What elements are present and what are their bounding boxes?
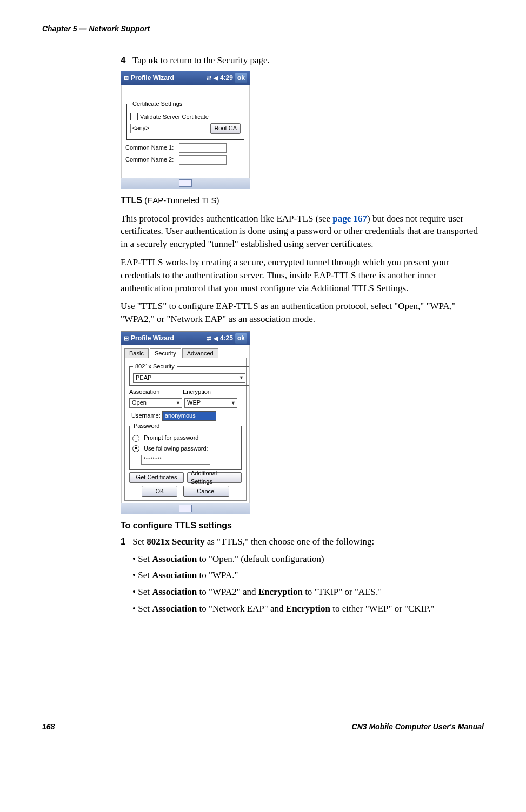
t: Association [152, 570, 197, 580]
p1-before: This protocol provides authentication li… [121, 213, 332, 224]
screenshot-certificate-settings: ⊞ Profile Wizard ⇄ ◀ 4:29 ok Certificate… [121, 71, 250, 189]
encryption-label: Encryption [183, 388, 234, 396]
username-input[interactable]: anonymous [162, 411, 216, 421]
tab-advanced[interactable]: Advanced [182, 348, 218, 358]
configure-ttls-heading: To configure TTLS settings [121, 520, 478, 532]
t: to either "WEP" or "CKIP." [330, 603, 434, 614]
t: Encryption [286, 603, 330, 614]
password-input[interactable]: ******** [141, 455, 210, 465]
window-title: Profile Wizard [131, 334, 174, 343]
t: to "WPA2" and [197, 587, 258, 597]
volume-icon: ◀ [214, 74, 218, 82]
device-title-bar: ⊞ Profile Wizard ⇄ ◀ 4:29 ok [121, 71, 250, 85]
common-name-2-label: Common Name 2: [125, 156, 177, 164]
common-name-1-label: Common Name 1: [125, 144, 177, 152]
step1-prefix: Set [132, 536, 147, 547]
keyboard-icon[interactable] [179, 179, 192, 187]
ttls-paragraph-1: This protocol provides authentication li… [121, 212, 478, 251]
tab-basic[interactable]: Basic [124, 348, 149, 358]
t: Set [138, 570, 152, 580]
password-group: Password Prompt for password Use followi… [129, 422, 242, 470]
encryption-combo[interactable]: WEP▼ [184, 398, 237, 408]
ttls-heading-strong: TTLS [121, 196, 142, 205]
t: Association [152, 603, 197, 614]
use-password-label: Use following password: [144, 445, 208, 453]
root-ca-button[interactable]: Root CA [210, 123, 241, 134]
device2-title-bar: ⊞ Profile Wizard ⇄ ◀ 4:25 ok [121, 332, 250, 345]
chevron-down-icon: ▼ [239, 374, 244, 381]
step1-suffix: as "TTLS," then choose one of the follow… [204, 536, 374, 547]
association-combo[interactable]: Open▼ [129, 398, 182, 408]
validate-server-cert-label: Validate Server Certificate [140, 113, 209, 121]
screenshot-security-tab: ⊞ Profile Wizard ⇄ ◀ 4:25 ok Basic Secur… [121, 331, 250, 515]
8021x-security-group: 8021x Security PEAP▼ [129, 363, 249, 385]
t: Set [138, 587, 152, 597]
get-certificates-button[interactable]: Get Certificates [129, 472, 184, 483]
t: Set [138, 554, 152, 564]
validate-server-cert-checkbox[interactable] [130, 113, 138, 120]
common-name-1-input[interactable] [179, 143, 227, 153]
volume-icon: ◀ [214, 334, 218, 343]
common-name-2-input[interactable] [179, 155, 227, 165]
ok-button[interactable]: ok [235, 333, 247, 344]
username-label: Username: [131, 412, 161, 419]
certificate-settings-legend: Certificate Settings [130, 100, 184, 108]
8021x-legend: 8021x Security [133, 363, 177, 371]
8021x-security-value: PEAP [136, 374, 151, 382]
t: Association [152, 554, 197, 564]
start-icon: ⊞ [124, 334, 129, 343]
t: Set [138, 603, 152, 614]
list-item: Set Association to "Network EAP" and Enc… [132, 602, 478, 616]
t: to "Open." (default configuration) [197, 554, 324, 564]
network-icon: ⇄ [207, 74, 211, 82]
step-1: 1 Set 8021x Security as "TTLS," then cho… [121, 535, 478, 548]
ttls-paragraph-2: EAP-TTLS works by creating a secure, enc… [121, 256, 478, 294]
chevron-down-icon: ▼ [176, 400, 181, 407]
list-item: Set Association to "WPA2" and Encryption… [132, 586, 478, 599]
t: Encryption [258, 587, 303, 597]
cancel-button[interactable]: Cancel [183, 486, 229, 497]
step-text-bold: ok [148, 55, 158, 65]
window-title: Profile Wizard [131, 73, 174, 83]
encryption-value: WEP [187, 399, 201, 407]
root-ca-value[interactable]: <any> [130, 124, 208, 133]
clock: 4:25 [220, 334, 233, 343]
tab-security[interactable]: Security [150, 348, 181, 358]
ttls-heading: TTLS (EAP-Tunneled TLS) [121, 194, 478, 206]
network-icon: ⇄ [207, 334, 211, 343]
association-value: Open [132, 399, 147, 407]
use-password-radio[interactable] [132, 445, 139, 452]
clock: 4:29 [220, 73, 233, 83]
keyboard-icon[interactable] [179, 505, 192, 512]
t: to "Network EAP" and [197, 603, 286, 614]
step1-bold: 8021x Security [147, 536, 204, 547]
step-4: 4 Tap ok to return to the Security page. [121, 54, 478, 67]
step-number: 4 [121, 54, 130, 67]
password-legend: Password [132, 422, 161, 430]
ok-button[interactable]: OK [142, 486, 177, 497]
page-number: 168 [42, 722, 55, 733]
prompt-password-radio[interactable] [132, 435, 139, 442]
association-label: Association [129, 388, 181, 396]
t: to "TKIP" or "AES." [303, 587, 382, 597]
step-text-prefix: Tap [132, 55, 149, 65]
device-bottom-bar [121, 178, 250, 189]
page-link-167[interactable]: page 167 [332, 213, 367, 224]
certificate-settings-group: Certificate Settings Validate Server Cer… [126, 100, 244, 140]
ttls-heading-rest: (EAP-Tunneled TLS) [142, 196, 219, 205]
device-bottom-bar [121, 503, 250, 514]
chevron-down-icon: ▼ [231, 400, 236, 407]
additional-settings-button[interactable]: Additional Settings [187, 472, 242, 483]
prompt-password-label: Prompt for password [144, 434, 198, 442]
step1-options-list: Set Association to "Open." (default conf… [132, 553, 478, 616]
manual-title: CN3 Mobile Computer User's Manual [352, 722, 484, 733]
t: to "WPA." [197, 570, 238, 580]
start-icon: ⊞ [124, 74, 129, 82]
ttls-paragraph-3: Use "TTLS" to configure EAP-TTLS as an a… [121, 300, 478, 326]
ok-button[interactable]: ok [235, 73, 247, 83]
running-header: Chapter 5 — Network Support [42, 24, 484, 35]
8021x-security-combo[interactable]: PEAP▼ [133, 373, 245, 383]
step-text-suffix: to return to the Security page. [158, 55, 269, 65]
step-number: 1 [121, 535, 130, 548]
t: Association [152, 587, 197, 597]
